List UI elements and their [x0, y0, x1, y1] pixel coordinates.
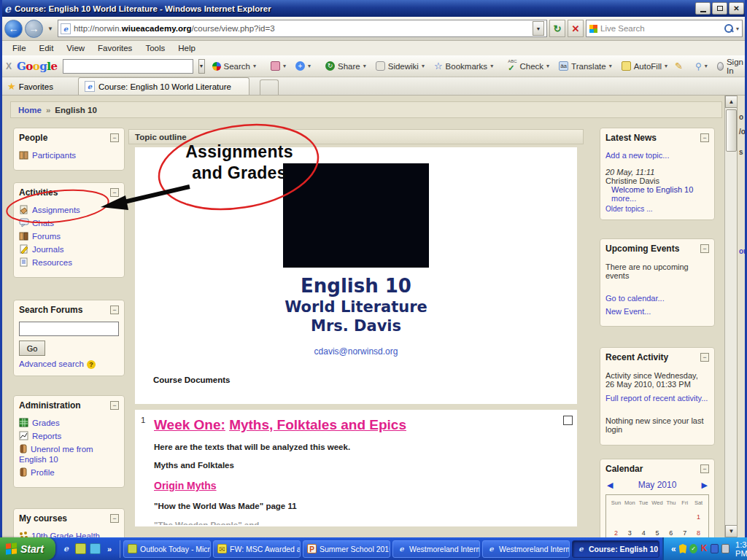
sidebar-item-participants[interactable]: Participants — [19, 150, 119, 160]
week-one-heading[interactable]: Week One: Myths, Folktales and Epics — [154, 417, 552, 433]
refresh-button[interactable]: ↻ — [549, 20, 565, 37]
menu-favorites[interactable]: Favorites — [91, 42, 139, 54]
menu-view[interactable]: View — [60, 42, 91, 54]
collapse-icon[interactable]: − — [700, 353, 709, 362]
go-button[interactable]: Go — [19, 341, 45, 356]
calendar-day[interactable]: 2 — [609, 528, 623, 537]
tab-course[interactable]: e Course: English 10 World Literature — [78, 77, 249, 95]
taskbar-button-ie[interactable]: eWestmoreland Interme... — [392, 540, 480, 558]
live-search-box[interactable]: Live Search ▾ — [586, 20, 743, 37]
taskbar-button-outlook[interactable]: Outlook Today - Micros... — [123, 540, 211, 558]
live-search-placeholder[interactable]: Live Search — [600, 24, 721, 33]
back-button[interactable]: ← — [4, 20, 23, 38]
calendar-day[interactable]: 6 — [664, 528, 678, 537]
search-forums-input[interactable] — [19, 322, 119, 336]
sidebar-item-reports[interactable]: Reports — [19, 431, 119, 441]
calendar-day[interactable]: 4 — [637, 528, 651, 537]
calendar-next-icon[interactable]: ▶ — [702, 481, 708, 490]
new-tab-stub[interactable] — [260, 79, 279, 95]
settings-button[interactable]: ⚲▾ — [693, 60, 710, 73]
sidebar-item-chats[interactable]: Chats — [19, 218, 119, 228]
sidebar-item-grades[interactable]: Grades — [19, 418, 119, 428]
teacher-email-link[interactable]: cdavis@norwinsd.org — [135, 346, 577, 357]
collapse-icon[interactable]: − — [110, 188, 119, 197]
google-search-input[interactable] — [63, 59, 193, 74]
google-search-button[interactable]: Search▾ — [210, 61, 258, 72]
bookmarks-button[interactable]: ☆Bookmarks▾ — [432, 60, 495, 72]
sidebar-item-course[interactable]: 10th Grade Health — [19, 531, 119, 537]
restore-button[interactable] — [712, 2, 727, 15]
custom-buttons-button[interactable]: ▾ — [268, 60, 288, 72]
history-dropdown-icon[interactable]: ▼ — [45, 26, 55, 32]
sidebar-item-journals[interactable]: Journals — [19, 244, 119, 254]
calendar-day[interactable]: 3 — [623, 528, 637, 537]
kaspersky-icon[interactable]: K — [700, 544, 708, 553]
check-button[interactable]: ABC✓Check▾ — [506, 58, 551, 74]
address-dropdown-icon[interactable]: ▼ — [533, 21, 544, 36]
scroll-down-icon[interactable]: ▼ — [725, 525, 738, 537]
collapse-icon[interactable]: − — [110, 133, 119, 142]
translate-button[interactable]: âaTranslate▾ — [557, 60, 614, 72]
sidebar-item-resources[interactable]: Resources — [19, 257, 119, 268]
help-icon[interactable]: ? — [87, 360, 96, 369]
sidewiki-button[interactable]: Sidewiki▾ — [374, 60, 427, 72]
url-text[interactable]: http://norwin.wiueacademy.org/course/vie… — [74, 24, 530, 33]
collapse-icon[interactable]: − — [700, 133, 709, 142]
news-post-link[interactable]: Welcome to English 10 more... — [605, 185, 709, 203]
older-topics-link[interactable]: Older topics ... — [605, 205, 709, 213]
vertical-scrollbar[interactable]: ▲ ▼ — [724, 96, 737, 537]
stop-button[interactable]: ✕ — [568, 20, 584, 37]
start-button[interactable]: Start — [0, 537, 55, 560]
close-button[interactable]: ✕ — [729, 2, 744, 15]
menu-file[interactable]: File — [6, 42, 33, 54]
calendar-day[interactable]: 7 — [678, 528, 692, 537]
collapse-icon[interactable]: − — [110, 514, 119, 523]
pen-icon[interactable]: ✎ — [675, 61, 683, 71]
calendar-month-link[interactable]: May 2010 — [638, 480, 677, 490]
quicklaunch-overflow-icon[interactable]: » — [104, 545, 115, 553]
go-to-calendar-link[interactable]: Go to calendar... — [605, 293, 709, 303]
google-input-dropdown-icon[interactable]: ▼ — [198, 59, 205, 74]
forward-button[interactable]: → — [25, 20, 43, 38]
minimize-button[interactable] — [695, 2, 711, 15]
breadcrumb-home-link[interactable]: Home — [18, 106, 42, 114]
collapse-icon[interactable]: − — [700, 464, 709, 473]
sidebar-item-profile[interactable]: Profile — [19, 467, 119, 478]
add-new-topic-link[interactable]: Add a new topic... — [605, 150, 709, 160]
ie-quicklaunch-icon[interactable]: e — [61, 543, 71, 554]
menu-tools[interactable]: Tools — [139, 42, 171, 54]
toolbar-close-icon[interactable]: X — [6, 61, 12, 71]
scroll-up-icon[interactable]: ▲ — [725, 96, 738, 108]
highlight-topic-checkbox[interactable] — [563, 416, 573, 425]
calendar-day[interactable]: 8 — [692, 528, 705, 537]
outlook-quicklaunch-icon[interactable] — [75, 543, 86, 554]
advanced-search-link[interactable]: Advanced search — [19, 359, 84, 368]
taskbar-button-mail[interactable]: ✉FW: MSC Awarded a Ti... — [213, 540, 301, 558]
collapse-icon[interactable]: − — [700, 244, 709, 253]
calendar-prev-icon[interactable]: ◀ — [607, 481, 613, 490]
collapse-icon[interactable]: − — [110, 401, 119, 410]
sign-in-button[interactable]: Sign In▾ — [715, 56, 747, 77]
taskbar-button-course-active[interactable]: eCourse: English 10 W... — [572, 540, 659, 558]
menu-help[interactable]: Help — [171, 42, 202, 54]
search-icon[interactable] — [724, 24, 733, 33]
taskbar-button-powerpoint[interactable]: PSummer School 2010 PP — [303, 540, 390, 558]
calendar-day[interactable]: 1 — [692, 512, 705, 522]
share-button[interactable]: ↻Share▾ — [323, 60, 368, 72]
autofill-button[interactable]: AutoFill▾ — [619, 60, 670, 72]
add-button[interactable]: +▾ — [293, 60, 313, 72]
address-bar[interactable]: e http://norwin.wiueacademy.org/course/v… — [58, 20, 547, 37]
calendar-day[interactable]: 5 — [651, 528, 665, 537]
update-check-icon[interactable]: ✓ — [689, 544, 697, 553]
tray-chevron-icon[interactable]: « — [671, 544, 676, 554]
display-icon[interactable] — [721, 544, 729, 553]
scrollbar-thumb[interactable] — [726, 109, 737, 152]
collapse-icon[interactable]: − — [110, 306, 119, 314]
search-dropdown-icon[interactable]: ▾ — [736, 26, 739, 32]
origin-myths-link[interactable]: Origin Myths — [154, 480, 552, 491]
taskbar-button-ie[interactable]: eWestmoreland Interme... — [482, 540, 570, 558]
security-shield-icon[interactable] — [679, 544, 687, 553]
network-icon[interactable] — [711, 544, 719, 553]
messenger-quicklaunch-icon[interactable] — [90, 543, 101, 554]
sidebar-item-forums[interactable]: Forums — [19, 231, 119, 241]
